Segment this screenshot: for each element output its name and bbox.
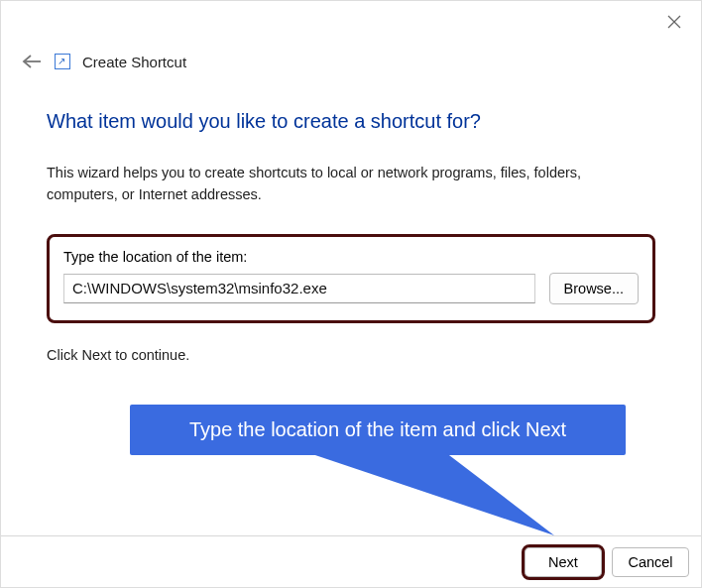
location-label: Type the location of the item: bbox=[63, 249, 639, 265]
back-button[interactable] bbox=[21, 51, 43, 72]
wizard-window: Create Shortcut What item would you like… bbox=[0, 0, 702, 588]
wizard-footer: Next Cancel bbox=[1, 535, 701, 587]
shortcut-icon bbox=[55, 54, 70, 69]
wizard-description: This wizard helps you to create shortcut… bbox=[47, 163, 655, 206]
cancel-button[interactable]: Cancel bbox=[612, 547, 689, 577]
wizard-header: Create Shortcut bbox=[21, 51, 186, 72]
close-button[interactable] bbox=[665, 13, 683, 31]
wizard-content: What item would you like to create a sho… bbox=[47, 110, 655, 363]
callout-arrow-icon bbox=[306, 452, 564, 541]
wizard-question: What item would you like to create a sho… bbox=[47, 110, 655, 133]
location-input[interactable] bbox=[63, 274, 535, 303]
wizard-title: Create Shortcut bbox=[82, 54, 186, 70]
callout-text: Type the location of the item and click … bbox=[130, 405, 626, 455]
continue-hint: Click Next to continue. bbox=[47, 347, 655, 363]
svg-marker-3 bbox=[306, 452, 554, 535]
location-row: Browse... bbox=[63, 273, 639, 304]
browse-button[interactable]: Browse... bbox=[549, 273, 639, 304]
instruction-callout: Type the location of the item and click … bbox=[130, 405, 626, 455]
next-button[interactable]: Next bbox=[525, 547, 602, 577]
location-input-highlight: Type the location of the item: Browse... bbox=[47, 234, 655, 323]
